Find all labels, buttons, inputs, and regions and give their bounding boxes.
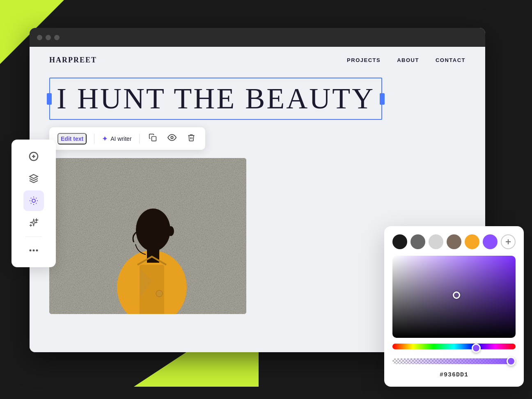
toolbar-divider-2 (139, 134, 140, 144)
swatch-yellow[interactable] (465, 234, 479, 249)
alpha-thumb[interactable] (507, 357, 516, 366)
swatch-dark-gray[interactable] (410, 234, 425, 249)
ai-writer-label: AI writer (110, 135, 131, 142)
svg-point-20 (30, 250, 32, 252)
browser-chrome (30, 28, 485, 47)
svg-point-22 (36, 250, 38, 252)
delete-button[interactable] (186, 132, 197, 145)
sparkle-icon: ✦ (102, 134, 108, 143)
swatch-light-gray[interactable] (429, 234, 443, 249)
add-tool-button[interactable] (23, 146, 44, 167)
hex-value[interactable]: #936DD1 (392, 371, 516, 378)
svg-point-14 (156, 290, 163, 297)
alpha-slider-container (392, 357, 516, 366)
ai-writer-button[interactable]: ✦ AI writer (102, 134, 131, 143)
color-picker-panel: #936DD1 (384, 226, 524, 387)
swatch-purple[interactable] (483, 234, 498, 249)
svg-point-19 (32, 199, 35, 202)
left-sidebar (11, 140, 56, 267)
layers-tool-button[interactable] (23, 168, 44, 189)
nav-link-contact[interactable]: CONTACT (436, 57, 466, 63)
add-color-button[interactable] (501, 234, 516, 249)
svg-point-12 (136, 209, 170, 251)
swatch-black[interactable] (392, 234, 407, 249)
svg-point-1 (171, 136, 173, 139)
svg-marker-18 (30, 174, 38, 179)
svg-rect-0 (151, 137, 156, 141)
hue-slider[interactable] (392, 344, 516, 349)
toolbar-divider-1 (94, 134, 94, 144)
nav-link-projects[interactable]: PROJECTS (347, 57, 381, 63)
gradient-cursor (453, 291, 460, 299)
text-toolbar: Edit text ✦ AI writer (49, 127, 205, 150)
browser-dot-yellow (46, 35, 51, 40)
copy-button[interactable] (147, 132, 158, 145)
svg-point-21 (33, 250, 35, 252)
more-tool-button[interactable] (23, 240, 44, 261)
sidebar-divider (25, 236, 42, 237)
hero-title[interactable]: I HUNT THE BEAUTY (57, 82, 375, 116)
hue-thumb[interactable] (472, 344, 481, 353)
preview-button[interactable] (166, 131, 178, 146)
edit-text-button[interactable]: Edit text (57, 133, 87, 144)
svg-point-13 (167, 226, 174, 236)
gradient-picker[interactable] (392, 256, 516, 338)
nav-links: PROJECTS ABOUT CONTACT (347, 57, 466, 63)
hero-image (49, 158, 246, 314)
swatch-brown-gray[interactable] (447, 234, 461, 249)
style-tool-button[interactable] (23, 190, 44, 211)
title-container[interactable]: I HUNT THE BEAUTY (49, 78, 466, 120)
hue-slider-container (392, 344, 516, 353)
nav-logo: HARPREET (49, 56, 97, 64)
color-swatches (392, 234, 516, 249)
nav-link-about[interactable]: ABOUT (397, 57, 419, 63)
navigation: HARPREET PROJECTS ABOUT CONTACT (30, 47, 485, 73)
browser-dot-green (54, 35, 60, 40)
sparkle-tool-button[interactable] (23, 213, 44, 233)
alpha-slider-gradient[interactable] (392, 358, 516, 364)
title-selection-box: I HUNT THE BEAUTY (49, 78, 382, 120)
browser-dot-red (37, 35, 42, 40)
